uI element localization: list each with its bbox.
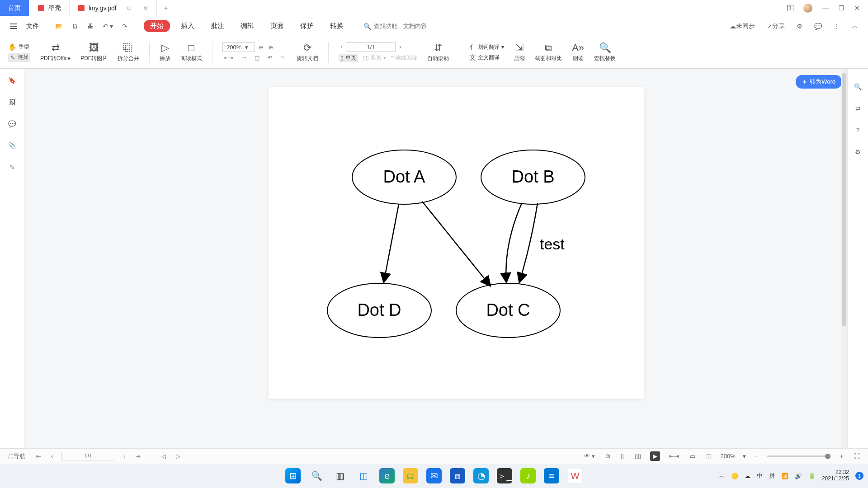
side-translate-icon[interactable]: ⇄ xyxy=(854,104,863,113)
app1-icon[interactable]: ◔ xyxy=(473,468,489,483)
notification-badge[interactable]: 1 xyxy=(855,472,863,480)
ime-indicator-2[interactable]: 拼 xyxy=(769,472,775,480)
fit-page-icon[interactable]: ▭ xyxy=(240,54,248,62)
thumbnail-icon[interactable]: 🖼 xyxy=(7,98,17,107)
menu-convert[interactable]: 转换 xyxy=(325,20,349,32)
zoom-out-icon[interactable]: ⊖ xyxy=(257,43,265,52)
scrollbar-thumb[interactable] xyxy=(842,73,846,326)
collapse-ribbon-icon[interactable]: ︿ xyxy=(850,21,860,31)
vscode-icon[interactable]: ≡ xyxy=(544,468,559,483)
fit-3-icon[interactable]: ◫ xyxy=(704,452,713,460)
tab-current-file[interactable]: lmy.gv.pdf ⧉ ✕ xyxy=(70,0,157,16)
crop-icon[interactable]: ⧉ xyxy=(604,452,612,461)
first-page-icon[interactable]: ⇤ xyxy=(34,452,43,460)
store-icon[interactable]: ⧈ xyxy=(450,468,465,483)
attachment-icon[interactable]: 📎 xyxy=(6,141,18,150)
split-merge-button[interactable]: ⿻拆分合并 xyxy=(118,42,139,62)
prev-page-bottom-icon[interactable]: ‹ xyxy=(49,452,55,460)
next-page-icon[interactable]: › xyxy=(397,43,403,51)
tray-app-icon[interactable]: 🟡 xyxy=(731,473,738,479)
layout-double-icon[interactable]: ▯▯ xyxy=(633,452,643,460)
fit-1-icon[interactable]: ⇤⇥ xyxy=(667,452,681,460)
menu-edit[interactable]: 编辑 xyxy=(235,20,259,32)
side-search-icon[interactable]: 🔍 xyxy=(852,82,863,91)
slideshow-icon[interactable]: ▶ xyxy=(650,451,660,461)
last-page-icon[interactable]: ⇥ xyxy=(134,452,142,460)
read-mode-button[interactable]: □阅读模式 xyxy=(180,42,202,62)
fit-2-icon[interactable]: ▭ xyxy=(688,452,697,460)
forward-icon[interactable]: ▷ xyxy=(174,452,182,460)
tray-cloud-icon[interactable]: ☁ xyxy=(745,473,750,479)
single-page-button[interactable]: ▯单页 xyxy=(339,54,358,62)
undo-icon[interactable]: ↶ ▾ xyxy=(101,22,115,31)
selection-translate-button[interactable]: ⺅划词翻译▾ xyxy=(469,43,504,52)
tab-home[interactable]: 首页 xyxy=(0,0,29,16)
signature-icon[interactable]: ✎ xyxy=(8,163,17,172)
taskview-icon[interactable]: ▥ xyxy=(332,468,348,483)
battery-icon[interactable]: 🔋 xyxy=(808,473,816,479)
start-button[interactable]: ⊞ xyxy=(285,468,301,483)
full-translate-button[interactable]: 文全文翻译 xyxy=(469,53,504,62)
close-tab-icon[interactable]: ✕ xyxy=(143,5,148,12)
continuous-button[interactable]: ≡连续阅读 xyxy=(391,54,417,62)
menu-protect[interactable]: 保护 xyxy=(295,20,319,32)
minimize-button[interactable]: — xyxy=(822,5,829,12)
menu-page[interactable]: 页面 xyxy=(265,20,289,32)
nav-pane-button[interactable]: ▢ 导航 xyxy=(6,451,27,461)
fullscreen-icon[interactable]: ⛶ xyxy=(852,452,862,460)
find-replace-button[interactable]: 🔍查找替换 xyxy=(594,42,616,62)
play-button[interactable]: ▷播放 xyxy=(160,42,170,62)
screenshot-compare-button[interactable]: ⧉截图和对比 xyxy=(535,42,562,62)
maximize-button[interactable]: ❐ xyxy=(839,5,844,12)
page-indicator[interactable]: 1/1 xyxy=(346,42,396,52)
mail-icon[interactable]: ✉ xyxy=(426,468,442,483)
zoom-minus-icon[interactable]: − xyxy=(753,452,760,460)
new-tab-button[interactable]: ＋ xyxy=(157,0,175,16)
rotate-right-icon[interactable]: ↷ xyxy=(278,54,287,62)
tray-expand-icon[interactable]: ︿ xyxy=(719,472,725,480)
zoom-slider-knob[interactable] xyxy=(825,454,830,459)
close-window-button[interactable]: ✕ xyxy=(854,5,860,12)
taskbar-search-icon[interactable]: 🔍 xyxy=(309,468,324,483)
widgets-icon[interactable]: ◫ xyxy=(356,468,371,483)
open-icon[interactable]: 📂 xyxy=(53,22,65,31)
badge-icon[interactable]: 1 xyxy=(787,5,793,11)
next-page-bottom-icon[interactable]: › xyxy=(122,452,127,460)
back-icon[interactable]: ◁ xyxy=(160,452,168,460)
file-menu[interactable]: 文件 xyxy=(26,22,39,30)
layout-single-icon[interactable]: ▯ xyxy=(619,452,626,460)
rotate-doc-button[interactable]: ⟳旋转文档 xyxy=(297,42,318,62)
side-help-icon[interactable]: ? xyxy=(854,126,862,135)
zoom-readout-chevron[interactable]: ▾ xyxy=(743,453,746,460)
terminal-icon[interactable]: ＞_ xyxy=(497,468,512,483)
zoom-select[interactable]: 200%▾ xyxy=(222,42,255,52)
settings-icon[interactable]: ⚙ xyxy=(795,22,804,31)
fit-width-icon[interactable]: ⇤⇥ xyxy=(222,54,235,62)
zoom-slider[interactable] xyxy=(767,455,830,457)
app2-icon[interactable]: ♪ xyxy=(520,468,536,483)
wps-icon[interactable]: W xyxy=(567,468,583,483)
feedback-icon[interactable]: 💬 xyxy=(812,22,824,31)
double-page-button[interactable]: ▯▯双页▾ xyxy=(363,54,386,62)
compress-button[interactable]: ⇲压缩 xyxy=(514,42,525,62)
prev-page-icon[interactable]: ‹ xyxy=(339,43,344,51)
bookmark-icon[interactable]: 🔖 xyxy=(6,76,18,85)
comment-icon[interactable]: 💬 xyxy=(6,119,18,128)
avatar[interactable] xyxy=(803,4,812,13)
redo-icon[interactable]: ↷ xyxy=(120,22,129,31)
menu-annotate[interactable]: 批注 xyxy=(205,20,230,32)
clock[interactable]: 22:32 2021/12/25 xyxy=(822,469,849,482)
convert-to-word-button[interactable]: ✦ 转为Word xyxy=(796,75,842,89)
hand-tool[interactable]: ✋手型 xyxy=(8,43,30,51)
search-input[interactable] xyxy=(374,23,455,29)
eye-icon[interactable]: 👁 ▾ xyxy=(582,452,597,460)
hamburger-icon[interactable] xyxy=(8,25,19,28)
zoom-plus-icon[interactable]: + xyxy=(838,452,845,460)
ime-indicator-1[interactable]: 中 xyxy=(757,472,763,480)
edge-icon[interactable]: e xyxy=(379,468,395,483)
rotate-left-icon[interactable]: ↶ xyxy=(266,54,274,62)
auto-scroll-button[interactable]: ⇵自动滚动 xyxy=(427,42,449,62)
zoom-in-icon[interactable]: ⊕ xyxy=(267,43,275,52)
side-settings-icon[interactable]: ⚙ xyxy=(853,147,863,156)
menu-insert[interactable]: 插入 xyxy=(175,20,200,32)
